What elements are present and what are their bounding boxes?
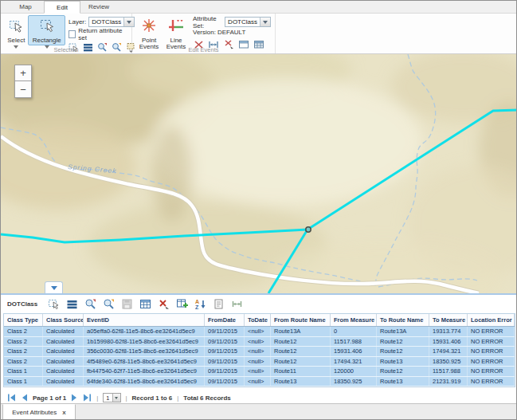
column-header[interactable]: FromDate: [205, 314, 245, 326]
event-attributes-tab-label: Event Attributes: [12, 409, 57, 416]
select-icon[interactable]: [47, 298, 60, 311]
zoom-to-selection-icon[interactable]: [84, 298, 96, 311]
zoom-out-button[interactable]: −: [14, 81, 32, 98]
first-page-icon[interactable]: [7, 394, 16, 402]
table-cell: <null>: [245, 367, 271, 376]
close-tab-icon[interactable]: x: [62, 409, 65, 416]
table-cell: Class 2: [4, 357, 43, 367]
table-cell: Route12: [377, 347, 429, 356]
pan-to-selection-icon[interactable]: [102, 298, 115, 311]
table-cell: 11517.988: [331, 337, 377, 347]
table-cell: Class 2: [4, 337, 43, 347]
attribute-set-dropdown[interactable]: DOTClass: [225, 17, 271, 27]
column-header[interactable]: Class Source: [43, 314, 84, 326]
table-cell: Calculated: [43, 357, 84, 367]
last-page-icon[interactable]: [83, 394, 92, 402]
table-cell: Class 2: [4, 327, 43, 336]
column-header[interactable]: ToDate: [245, 314, 271, 326]
table-cell: 0: [331, 327, 377, 336]
select-tool-icon: [8, 18, 24, 37]
table-cell: Calculated: [43, 377, 84, 387]
table-cell: Route13: [377, 357, 429, 367]
report-icon[interactable]: [212, 298, 225, 311]
return-attribute-set-label: Return attribute set: [78, 27, 127, 41]
map-viewport[interactable]: Spring Creek + −: [1, 54, 517, 293]
clear-selection-icon[interactable]: [157, 298, 170, 311]
table-cell: fb447540-62f7-11e5-8bc6-ee32641d5ec9: [84, 367, 205, 376]
column-header[interactable]: From Measure: [331, 314, 377, 326]
table-cell: 09/11/2015: [205, 357, 245, 367]
table-cell: Calculated: [43, 327, 84, 336]
tab-map[interactable]: Map: [7, 1, 44, 13]
select-tool-button[interactable]: Select: [4, 15, 28, 45]
column-header[interactable]: Class Type: [4, 314, 43, 326]
measure-icon[interactable]: [230, 298, 243, 311]
table-row[interactable]: Class 1Calculated64fde340-62f8-11e5-8bc6…: [4, 377, 515, 387]
table-cell: 09/11/2015: [205, 347, 245, 356]
table-cell: <null>: [245, 337, 271, 347]
chevron-down-icon: [51, 286, 57, 293]
attribute-set-dropdown-arrow-icon[interactable]: [260, 18, 270, 26]
zoom-in-button[interactable]: +: [14, 65, 32, 81]
tab-event-attributes[interactable]: Event Attributes x: [2, 404, 76, 420]
table-cell: 19313.774: [429, 327, 468, 336]
previous-page-icon[interactable]: [21, 394, 28, 402]
switch-table-icon[interactable]: [139, 298, 151, 311]
panel-title: DOTClass: [7, 300, 37, 308]
table-cell: 18350.925: [331, 377, 377, 387]
edit-events-group: Point Events Line Events: [132, 14, 276, 53]
column-header[interactable]: To Measure: [429, 314, 468, 326]
save-icon[interactable]: [120, 298, 133, 311]
table-cell: NO ERROR: [468, 347, 515, 356]
column-header[interactable]: EventID: [84, 314, 205, 326]
table-cell: <null>: [245, 347, 271, 356]
column-header[interactable]: To Route Name: [377, 314, 429, 326]
line-events-button[interactable]: Line Events: [163, 15, 190, 45]
table-row[interactable]: Class 2Calculateda05effa0-62f8-11e5-8bc6…: [4, 327, 515, 337]
panel-collapse-button[interactable]: [45, 281, 63, 293]
return-attribute-set-checkbox[interactable]: [69, 30, 76, 38]
pager-separator: |: [177, 394, 178, 402]
attributes-table-icon[interactable]: [65, 298, 78, 311]
pager-separator: |: [96, 394, 98, 402]
pager-separator: |: [126, 394, 127, 402]
table-cell: 1b159980-62f8-11e5-8bc6-ee32641d5ec9: [84, 337, 205, 347]
table-cell: 356c0030-62f8-11e5-8bc6-ee32641d5ec9: [84, 347, 205, 356]
sort-icon[interactable]: AZ: [194, 298, 206, 311]
table-cell: 09/11/2015: [205, 367, 245, 376]
total-records-text: Total 6 Records: [183, 394, 230, 402]
column-header[interactable]: From Route Name: [271, 314, 331, 326]
table-cell: 09/11/2015: [205, 327, 245, 336]
table-row[interactable]: Class 2Calculated1b159980-62f8-11e5-8bc6…: [4, 337, 515, 347]
table-row[interactable]: Class 1Calculatedfb447540-62f7-11e5-8bc6…: [4, 367, 515, 377]
table-cell: Route12: [271, 347, 331, 356]
event-attributes-panel: DOTClass: [1, 293, 517, 403]
table-cell: Class 1: [4, 367, 43, 376]
table-header: Class TypeClass SourceEventIDFromDateToD…: [4, 314, 515, 327]
page-indicator: Page 1 of 1: [33, 394, 66, 402]
tab-review[interactable]: Review: [80, 1, 117, 13]
route-junction-marker[interactable]: [306, 227, 311, 232]
layer-dropdown[interactable]: DOTClass: [88, 17, 135, 27]
select-tool-label: Select: [7, 37, 25, 44]
layer-dropdown-value: DOTClass: [89, 18, 123, 26]
page-number-dropdown[interactable]: 1: [103, 393, 120, 402]
bottom-tab-bar: Event Attributes x: [1, 403, 517, 420]
table-row[interactable]: Class 2Calculated356c0030-62f8-11e5-8bc6…: [4, 347, 515, 357]
tab-edit[interactable]: Edit: [44, 1, 80, 14]
table-cell: Class 1: [4, 377, 43, 387]
map-canvas[interactable]: Spring Creek: [1, 54, 517, 293]
rectangle-tool-icon: [39, 18, 55, 37]
column-header[interactable]: Location Error: [468, 314, 515, 326]
page-number-dropdown-arrow-icon[interactable]: [112, 394, 120, 402]
event-table: Class TypeClass SourceEventIDFromDateToD…: [3, 313, 515, 387]
next-page-icon[interactable]: [71, 394, 78, 402]
version-label: Version:: [193, 29, 216, 36]
table-cell: 120000: [331, 367, 377, 376]
table-cell: NO ERROR: [468, 327, 515, 336]
rectangle-tool-button[interactable]: Rectangle: [28, 15, 65, 45]
point-events-button[interactable]: Point Events: [135, 15, 163, 45]
table-row[interactable]: Class 2Calculated4f5489e0-62f8-11e5-8bc6…: [4, 357, 515, 367]
add-record-icon[interactable]: [175, 298, 188, 311]
table-cell: Route13: [377, 377, 429, 387]
